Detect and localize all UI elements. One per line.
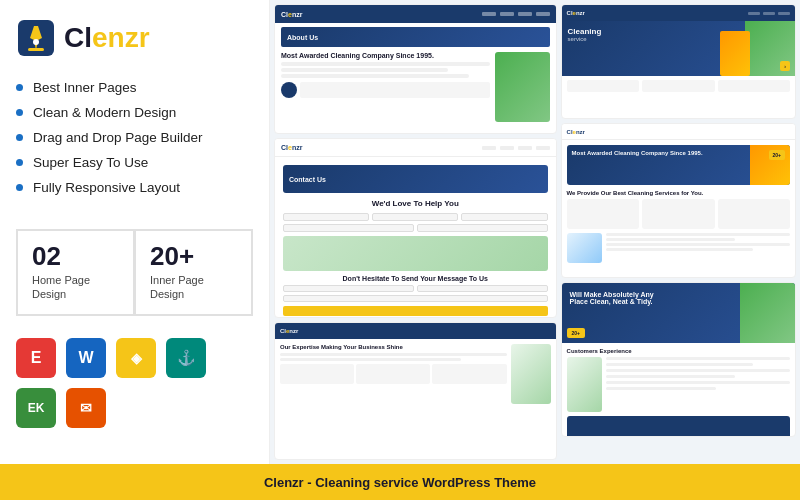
preview-expertise-nav: Clenzr (280, 328, 298, 334)
feature-item-4: Super Easy To Use (16, 155, 253, 170)
preview-about: Clenzr About Us Most Awarded Cleaning Co… (274, 4, 557, 134)
feature-item-3: Drag and Drop Page Builder (16, 130, 253, 145)
badge-elementor: E (16, 338, 56, 378)
badge-box: ◈ (116, 338, 156, 378)
stat-box-home: 02 Home PageDesign (16, 229, 134, 316)
preview-expertise: Clenzr Our Expertise Making Your Busines… (274, 322, 557, 460)
logo-area: Clenzr (16, 18, 253, 58)
preview-service1-nav: Clenzr (562, 124, 795, 140)
stat-label-home: Home PageDesign (32, 273, 119, 302)
preview-service1: Clenzr Most Awarded Cleaning Company Sin… (561, 123, 796, 278)
preview-contact-hero-text: Contact Us (289, 176, 326, 183)
preview-service1-logo: Clenzr (567, 129, 585, 135)
preview-contact-nav-logo: Clenzr (281, 144, 302, 151)
preview-service-section-img (567, 233, 602, 263)
preview-service1-hero: Most Awarded Cleaning Company Since 1995… (567, 145, 790, 185)
stats-row: 02 Home PageDesign 20+ Inner PageDesign (16, 229, 253, 316)
badge-mailchimp: ✉ (66, 388, 106, 428)
preview-contact-hero: Contact Us (283, 165, 548, 193)
preview-service-section (567, 233, 790, 263)
preview-customers-top: Will Make Absolutely AnyPlace Clean, Nea… (562, 283, 795, 343)
preview-customers-title: Customers Experience (567, 348, 790, 354)
badge-wordpress: W (66, 338, 106, 378)
preview-contact-nav: Clenzr (275, 139, 556, 157)
bottom-bar-text: Clenzr - Cleaning service WordPress Them… (264, 475, 536, 490)
preview-form-field-1 (283, 213, 369, 221)
preview-customers: Will Make Absolutely AnyPlace Clean, Nea… (561, 282, 796, 437)
preview-customers-img (567, 357, 602, 412)
svg-rect-2 (28, 48, 44, 51)
stat-number-home: 02 (32, 243, 119, 269)
preview-service-card-2 (642, 199, 714, 229)
preview-col-2: Clenzr Cleaning service › (561, 4, 796, 460)
preview-form-field-5 (417, 224, 548, 232)
preview-hero-top: Clenzr Cleaning service › (561, 4, 796, 119)
features-list: Best Inner Pages Clean & Modern Design D… (16, 80, 253, 205)
preview-map (283, 236, 548, 271)
logo-text: Clenzr (64, 22, 150, 54)
logo-icon (16, 18, 56, 58)
preview-form-field-2 (372, 213, 458, 221)
preview-customers-badge: 20+ (567, 328, 585, 338)
preview-service-card-3 (718, 199, 790, 229)
svg-point-1 (33, 39, 39, 45)
preview-msg-field-2 (417, 285, 548, 292)
preview-hero-nav: Clenzr (567, 10, 585, 16)
feature-item-5: Fully Responsive Layout (16, 180, 253, 195)
preview-col-1: Clenzr About Us Most Awarded Cleaning Co… (274, 4, 557, 460)
preview-contact-content: Contact Us We'd Love To Help You Don't H… (275, 157, 556, 318)
preview-service-card-1 (567, 199, 639, 229)
preview-services-title: We Provide Our Best Cleaning Services fo… (567, 190, 790, 196)
preview-customers-content: Customers Experience (562, 343, 795, 437)
stat-label-inner: Inner PageDesign (150, 273, 237, 302)
preview-blue-section (567, 416, 790, 437)
left-panel: Clenzr Best Inner Pages Clean & Modern D… (0, 0, 270, 464)
preview-msg-field-3 (283, 295, 548, 302)
preview-service-cards (567, 199, 790, 229)
preview-form-field-3 (461, 213, 547, 221)
preview-form-row-2 (283, 224, 548, 232)
badges-row: E W ◈ ⚓ EK ✉ (16, 338, 253, 428)
preview-service1-content: Most Awarded Cleaning Company Since 1995… (562, 140, 795, 268)
feature-item-2: Clean & Modern Design (16, 105, 253, 120)
preview-msg-field-1 (283, 285, 414, 292)
bottom-bar: Clenzr - Cleaning service WordPress Them… (0, 464, 800, 500)
preview-send-title: Don't Hesitate To Send Your Message To U… (283, 275, 548, 282)
preview-customers-top-img (740, 283, 795, 343)
badge-elementorkit: EK (16, 388, 56, 428)
preview-form-row-1 (283, 213, 548, 221)
preview-about-nav-logo: Clenzr (281, 11, 302, 18)
stat-number-inner: 20+ (150, 243, 237, 269)
preview-customers-lines (606, 357, 790, 412)
feature-item-1: Best Inner Pages (16, 80, 253, 95)
preview-company-title: Most Awarded Cleaning Company Since 1995… (281, 52, 490, 59)
preview-cta-button (283, 306, 548, 316)
preview-help-title: We'd Love To Help You (283, 199, 548, 208)
preview-customers-body (567, 357, 790, 412)
stat-box-inner: 20+ Inner PageDesign (134, 229, 253, 316)
preview-contact: Clenzr Contact Us We'd Love To Help You (274, 138, 557, 318)
preview-service-section-text (606, 233, 790, 253)
preview-about-title: About Us (287, 34, 318, 41)
preview-nav-btn: › (780, 61, 790, 71)
preview-expertise-title: Our Expertise Making Your Business Shine (280, 344, 507, 350)
preview-form-field-4 (283, 224, 414, 232)
preview-service1-badge: 20+ (769, 150, 785, 160)
badge-anchor: ⚓ (166, 338, 206, 378)
previews-area: Clenzr About Us Most Awarded Cleaning Co… (270, 0, 800, 464)
